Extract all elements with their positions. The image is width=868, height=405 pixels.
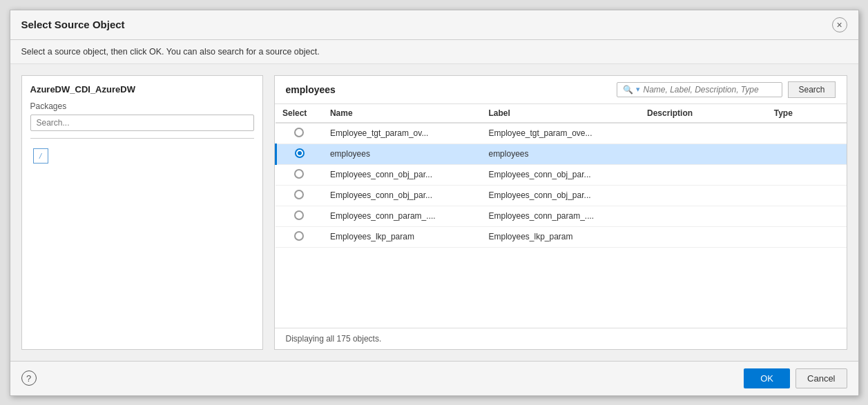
cell-type: [767, 164, 847, 185]
cell-label: Employees_conn_param_....: [481, 206, 640, 226]
table-row[interactable]: Employees_conn_obj_par...Employees_conn_…: [276, 185, 847, 206]
radio-button[interactable]: [294, 231, 304, 241]
col-header-label: Label: [481, 104, 640, 123]
packages-label: Packages: [30, 101, 254, 111]
cell-label: Employee_tgt_param_ove...: [481, 123, 640, 144]
table-row[interactable]: Employees_lkp_paramEmployees_lkp_param: [276, 226, 847, 247]
search-input-wrapper: 🔍 ▾: [617, 82, 782, 97]
packages-search-input[interactable]: [30, 115, 254, 131]
package-divider: [30, 138, 254, 139]
right-panel-title: employees: [286, 84, 336, 95]
cell-description: [640, 144, 767, 164]
select-source-object-dialog: Select Source Object × Select a source o…: [10, 10, 859, 396]
table-wrapper: Select Name Label Description Type Emplo…: [275, 104, 847, 328]
cell-type: [767, 206, 847, 226]
dialog-body: AzureDW_CDI_AzureDW Packages / employees…: [10, 64, 858, 361]
col-header-type: Type: [767, 104, 847, 123]
table-header-row: Select Name Label Description Type: [276, 104, 847, 123]
help-icon[interactable]: ?: [21, 371, 37, 386]
dialog-footer: ? OK Cancel: [10, 361, 858, 395]
cell-type: [767, 123, 847, 144]
cell-description: [640, 185, 767, 206]
radio-button[interactable]: [294, 210, 304, 220]
table-row[interactable]: Employees_conn_param_....Employees_conn_…: [276, 206, 847, 226]
cell-description: [640, 226, 767, 247]
table-row[interactable]: Employees_conn_obj_par...Employees_conn_…: [276, 164, 847, 185]
search-icon: 🔍: [623, 85, 633, 95]
search-button[interactable]: Search: [788, 81, 835, 98]
cell-label: Employees_lkp_param: [481, 226, 640, 247]
right-panel: employees 🔍 ▾ Search Select N: [274, 75, 847, 350]
cancel-button[interactable]: Cancel: [795, 368, 847, 388]
table-row[interactable]: employeesemployees: [276, 144, 847, 164]
dialog-subtitle: Select a source object, then click OK. Y…: [10, 40, 858, 64]
close-button[interactable]: ×: [832, 17, 847, 32]
radio-button[interactable]: [294, 190, 304, 199]
cell-name: Employees_conn_param_....: [323, 206, 482, 226]
table-body: Employee_tgt_param_ov...Employee_tgt_par…: [276, 123, 847, 248]
cell-label: employees: [481, 144, 640, 164]
radio-button[interactable]: [294, 128, 304, 137]
ok-button[interactable]: OK: [744, 368, 790, 388]
col-header-description: Description: [640, 104, 767, 123]
filter-icon: ▾: [636, 85, 640, 94]
object-search-input[interactable]: [643, 85, 776, 95]
cell-type: [767, 226, 847, 247]
radio-button[interactable]: [294, 169, 304, 179]
radio-button[interactable]: [295, 148, 305, 158]
package-list-item[interactable]: /: [30, 146, 254, 166]
package-icon: /: [33, 148, 48, 164]
dialog-title: Select Source Object: [21, 19, 125, 30]
col-header-select: Select: [276, 104, 323, 123]
cell-description: [640, 164, 767, 185]
cell-description: [640, 123, 767, 144]
objects-table: Select Name Label Description Type Emplo…: [275, 104, 847, 248]
cell-name: Employees_conn_obj_par...: [323, 164, 482, 185]
cell-type: [767, 144, 847, 164]
cell-name: Employees_conn_obj_par...: [323, 185, 482, 206]
cell-description: [640, 206, 767, 226]
cell-name: Employee_tgt_param_ov...: [323, 123, 482, 144]
cell-label: Employees_conn_obj_par...: [481, 185, 640, 206]
dialog-header: Select Source Object ×: [10, 10, 858, 40]
table-row[interactable]: Employee_tgt_param_ov...Employee_tgt_par…: [276, 123, 847, 144]
search-area: 🔍 ▾ Search: [617, 81, 835, 98]
cell-name: Employees_lkp_param: [323, 226, 482, 247]
left-panel: AzureDW_CDI_AzureDW Packages /: [21, 75, 263, 350]
cell-type: [767, 185, 847, 206]
footer-buttons: OK Cancel: [744, 368, 847, 388]
right-panel-header: employees 🔍 ▾ Search: [275, 76, 847, 104]
col-header-name: Name: [323, 104, 482, 123]
connection-name: AzureDW_CDI_AzureDW: [30, 84, 254, 95]
cell-label: Employees_conn_obj_par...: [481, 164, 640, 185]
cell-name: employees: [323, 144, 482, 164]
status-bar: Displaying all 175 objects.: [275, 328, 847, 349]
